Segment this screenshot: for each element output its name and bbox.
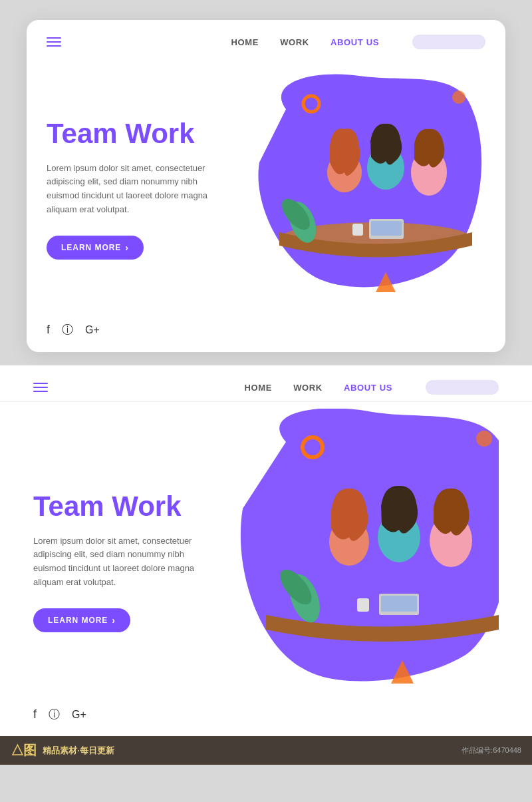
team-illustration bbox=[246, 69, 485, 296]
bottom-btn-label: LEARN MORE bbox=[48, 616, 108, 625]
bottom-facebook-icon[interactable]: f bbox=[33, 707, 37, 721]
googleplus-icon[interactable]: G+ bbox=[85, 324, 100, 336]
bottom-nav-links: HOME WORK ABOUT US bbox=[245, 380, 499, 395]
watermark-main: 精品素材·每日更新 bbox=[43, 745, 114, 757]
svg-rect-9 bbox=[352, 224, 363, 236]
watermark-sub: 作品编号:6470448 bbox=[462, 745, 521, 755]
btn-arrow: › bbox=[125, 242, 129, 253]
bottom-googleplus-icon[interactable]: G+ bbox=[72, 709, 86, 721]
card: HOME WORK ABOUT US Team Work Lorem ipsum… bbox=[27, 20, 505, 352]
bottom-hamburger-icon[interactable] bbox=[33, 383, 48, 392]
svg-rect-23 bbox=[357, 598, 369, 612]
bottom-hero-left: Team Work Lorem ipsum dolor sit amet, co… bbox=[33, 491, 273, 632]
bottom-hero-section: Team Work Lorem ipsum dolor sit amet, co… bbox=[0, 402, 532, 695]
bottom-nav-work[interactable]: WORK bbox=[293, 383, 323, 393]
svg-rect-8 bbox=[371, 221, 402, 236]
svg-point-28 bbox=[476, 431, 492, 447]
watermark-logo: △图 bbox=[11, 741, 36, 759]
bottom-instagram-icon[interactable]: ⓘ bbox=[49, 707, 60, 722]
navbar: HOME WORK ABOUT US bbox=[27, 20, 505, 56]
facebook-icon[interactable]: f bbox=[47, 323, 50, 337]
bottom-learn-more-button[interactable]: LEARN MORE › bbox=[33, 608, 130, 632]
bottom-nav-home[interactable]: HOME bbox=[245, 383, 273, 393]
bottom-hero-title: Team Work bbox=[33, 491, 273, 522]
bottom-hero-description: Lorem ipsum dolor sit amet, consectetuer… bbox=[33, 534, 213, 590]
search-bar[interactable] bbox=[412, 35, 485, 49]
top-section: HOME WORK ABOUT US Team Work Lorem ipsum… bbox=[0, 0, 532, 365]
bottom-hero-illustration bbox=[273, 429, 499, 695]
nav-about[interactable]: ABOUT US bbox=[331, 37, 379, 47]
instagram-icon[interactable]: ⓘ bbox=[62, 322, 73, 337]
nav-links: HOME WORK ABOUT US bbox=[231, 35, 485, 49]
svg-point-14 bbox=[452, 91, 466, 104]
hero-left: Team Work Lorem ipsum dolor sit amet, co… bbox=[47, 118, 273, 259]
watermark-bar: △图 精品素材·每日更新 作品编号:6470448 bbox=[0, 736, 532, 765]
hero-description: Lorem ipsum dolor sit amet, consectetuer… bbox=[47, 162, 226, 217]
bottom-section: HOME WORK ABOUT US Team Work Lorem ipsum… bbox=[0, 365, 532, 765]
bottom-search-bar[interactable] bbox=[426, 380, 499, 395]
bottom-team-illustration bbox=[239, 409, 499, 688]
nav-home[interactable]: HOME bbox=[231, 37, 259, 47]
bottom-nav-about[interactable]: ABOUT US bbox=[344, 383, 392, 393]
hero-section: Team Work Lorem ipsum dolor sit amet, co… bbox=[27, 56, 505, 315]
hamburger-icon[interactable] bbox=[47, 37, 61, 47]
bottom-navbar: HOME WORK ABOUT US bbox=[0, 365, 532, 402]
social-icons: f ⓘ G+ bbox=[27, 315, 505, 352]
bottom-btn-arrow: › bbox=[112, 615, 116, 626]
hero-illustration bbox=[273, 69, 485, 309]
bottom-social-icons: f ⓘ G+ bbox=[0, 695, 532, 735]
svg-rect-22 bbox=[381, 596, 417, 612]
hero-title: Team Work bbox=[47, 118, 273, 149]
btn-label: LEARN MORE bbox=[61, 243, 121, 252]
nav-work[interactable]: WORK bbox=[280, 37, 309, 47]
learn-more-button[interactable]: LEARN MORE › bbox=[47, 236, 144, 260]
